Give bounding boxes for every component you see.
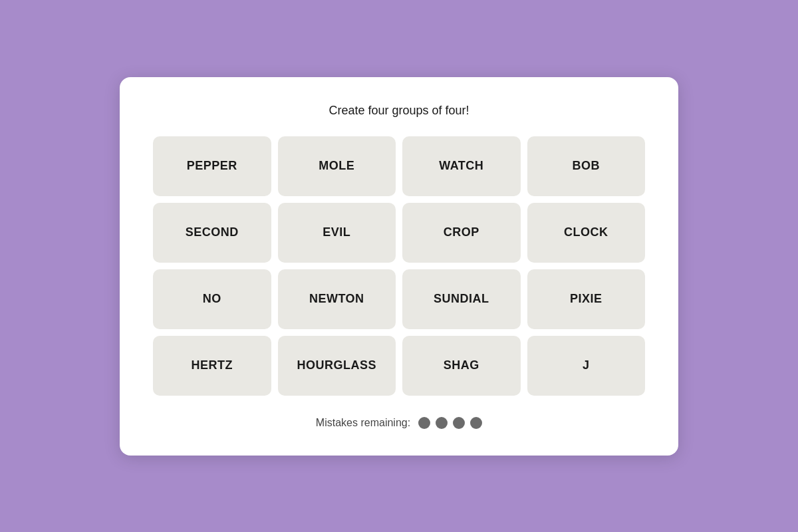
word-card[interactable]: PIXIE [527, 269, 646, 329]
mistake-dot-1 [418, 417, 430, 429]
game-container: Create four groups of four! PEPPERMOLEWA… [120, 77, 678, 456]
mistakes-label: Mistakes remaining: [316, 417, 410, 429]
word-card[interactable]: SUNDIAL [402, 269, 521, 329]
word-label: BOB [573, 159, 600, 173]
word-label: MOLE [319, 159, 354, 173]
word-label: SECOND [186, 225, 239, 239]
word-label: HERTZ [192, 358, 233, 372]
word-label: WATCH [439, 159, 483, 173]
word-label: J [583, 358, 590, 372]
word-label: PIXIE [570, 292, 602, 306]
word-label: EVIL [323, 225, 350, 239]
word-label: HOURGLASS [297, 358, 376, 372]
word-card[interactable]: NO [153, 269, 271, 329]
word-card[interactable]: HOURGLASS [278, 336, 396, 396]
word-card[interactable]: WATCH [402, 136, 521, 196]
word-card[interactable]: SHAG [402, 336, 521, 396]
word-label: NO [203, 292, 221, 306]
word-card[interactable]: CROP [402, 203, 521, 263]
word-label: NEWTON [309, 292, 364, 306]
word-card[interactable]: PEPPER [153, 136, 271, 196]
word-card[interactable]: NEWTON [278, 269, 396, 329]
word-card[interactable]: HERTZ [153, 336, 271, 396]
word-card[interactable]: SECOND [153, 203, 271, 263]
mistake-dot-2 [436, 417, 448, 429]
word-label: CROP [444, 225, 479, 239]
word-label: SUNDIAL [434, 292, 489, 306]
word-card[interactable]: BOB [527, 136, 646, 196]
word-label: CLOCK [564, 225, 608, 239]
mistake-dot-4 [470, 417, 482, 429]
word-label: SHAG [444, 358, 479, 372]
word-card[interactable]: MOLE [278, 136, 396, 196]
word-card[interactable]: CLOCK [527, 203, 646, 263]
word-card[interactable]: J [527, 336, 646, 396]
mistakes-row: Mistakes remaining: [153, 417, 645, 429]
word-card[interactable]: EVIL [278, 203, 396, 263]
mistake-dot-3 [453, 417, 465, 429]
word-grid: PEPPERMOLEWATCHBOBSECONDEVILCROPCLOCKNON… [153, 136, 645, 396]
game-title: Create four groups of four! [153, 104, 645, 118]
word-label: PEPPER [187, 159, 237, 173]
